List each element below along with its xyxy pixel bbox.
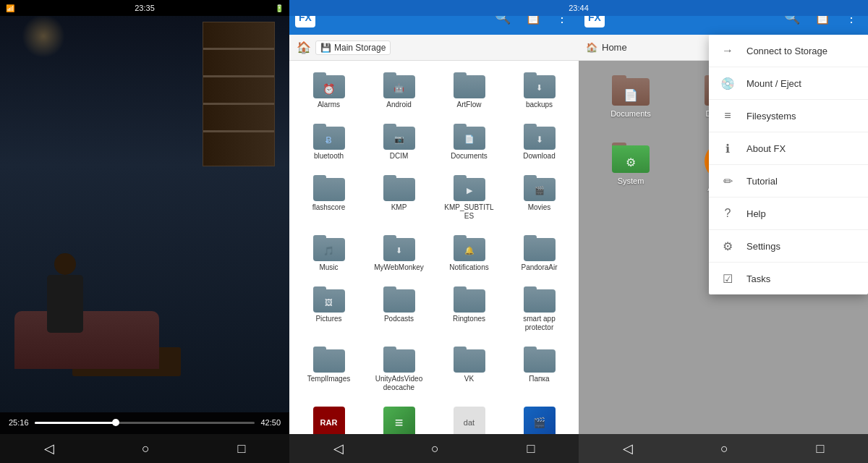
couch (14, 311, 159, 369)
menu-connect-storage[interactable]: → Connect to Storage (709, 35, 868, 67)
folder-kmp[interactable]: KMP (365, 169, 433, 226)
nav-section-home: ◁ ○ □ (579, 434, 868, 463)
menu-mount-eject-label: Mount / Eject (746, 78, 801, 89)
video-panel: 25:16 42:50 ⏮ ▶ ⏭ (0, 0, 289, 463)
status-bar-left: 📶 23:35 🔋 (0, 0, 289, 16)
about-fx-icon: ℹ (720, 141, 735, 156)
progress-fill (35, 422, 116, 424)
left-battery-icons: 🔋 (275, 4, 284, 12)
fm-grid: ⏰ Alarms 🤖 Android ArtFlow (289, 61, 579, 463)
battery-icon-left: 🔋 (275, 4, 284, 12)
menu-about-fx-label: About FX (746, 143, 786, 154)
folder-artflow[interactable]: ArtFlow (435, 67, 503, 115)
folder-dcim[interactable]: 📷 DCIM (365, 118, 433, 166)
time-left: 23:35 (135, 4, 155, 12)
folder-ringtones[interactable]: Ringtones (435, 281, 503, 338)
time-right: 23:44 (569, 4, 589, 12)
nav-home-left[interactable]: ○ (127, 436, 164, 462)
bookshelf (203, 22, 275, 166)
folder-pandoraair[interactable]: PandoraAir (506, 229, 573, 278)
progress-track[interactable] (35, 422, 255, 424)
folder-backups[interactable]: ⬇ backups (506, 67, 573, 115)
menu-filesystems[interactable]: ≡ Filesystems (709, 100, 868, 132)
menu-help[interactable]: ? Help (709, 197, 868, 230)
folder-podcasts[interactable]: Podcasts (365, 281, 433, 338)
video-frame (0, 0, 289, 412)
folder-music[interactable]: 🎵 Music (295, 229, 362, 278)
folder-mywebmonkey[interactable]: ⬇ MyWebMonkey (365, 229, 433, 278)
person-silhouette (43, 253, 87, 340)
menu-settings-label: Settings (746, 241, 780, 252)
total-time: 42:50 (260, 418, 281, 427)
progress-bar-container: 25:16 42:50 (9, 418, 281, 427)
dropdown-menu: → Connect to Storage 💿 Mount / Eject ≡ F… (709, 35, 868, 294)
light-glow (22, 14, 65, 58)
nav-home-right[interactable]: ○ (706, 436, 743, 462)
storage-icon: 💾 (320, 43, 331, 53)
nav-home-mid[interactable]: ○ (417, 436, 454, 462)
folder-pictures[interactable]: 🖼 Pictures (295, 281, 362, 338)
folder-kmp-subtitles[interactable]: ▶ KMP_SUBTITLES (435, 169, 503, 226)
home-breadcrumb-icon: 🏠 (586, 42, 597, 53)
home-documents[interactable]: 📄 Documents (587, 69, 674, 131)
wifi-icon-left: 📶 (6, 4, 14, 12)
file-manager-panel: FX 🔍 📋 ⋮ 🏠 💾 Main Storage ⏰ Alarms (289, 0, 579, 463)
left-status-icons: 📶 (6, 4, 14, 12)
home-icon[interactable]: 🏠 (297, 41, 311, 54)
folder-vk[interactable]: VK (435, 341, 503, 398)
tasks-icon: ☑ (720, 271, 735, 286)
menu-tasks[interactable]: ☑ Tasks (709, 263, 868, 294)
storage-breadcrumb[interactable]: 💾 Main Storage (315, 41, 391, 55)
nav-recent-left[interactable]: □ (223, 436, 260, 462)
nav-section-fm: ◁ ○ □ (289, 434, 579, 463)
home-panel: FX 🔍 📋 ⋮ 🏠 Home 📄 Documents (579, 0, 868, 463)
folder-notifications[interactable]: 🔔 Notifications (435, 229, 503, 278)
mount-eject-icon: 💿 (720, 76, 735, 90)
nav-back-right[interactable]: ◁ (608, 435, 647, 462)
folder-download[interactable]: ⬇ Download (506, 118, 573, 166)
folder-documents[interactable]: 📄 Documents (435, 118, 503, 166)
folder-alarms[interactable]: ⏰ Alarms (295, 67, 362, 115)
home-breadcrumb-label: Home (602, 42, 627, 53)
home-system[interactable]: ⚙ System (587, 137, 674, 198)
fm-breadcrumb: 🏠 💾 Main Storage (289, 35, 579, 61)
nav-section-video: ◁ ○ □ (0, 434, 289, 463)
nav-back-mid[interactable]: ◁ (319, 435, 358, 462)
menu-about-fx[interactable]: ℹ About FX (709, 132, 868, 165)
folder-templimages[interactable]: TemplImages (295, 341, 362, 398)
settings-icon: ⚙ (720, 239, 735, 253)
status-bar-right: 23:44 (289, 0, 868, 16)
folder-android[interactable]: 🤖 Android (365, 67, 433, 115)
nav-recent-mid[interactable]: □ (512, 436, 549, 462)
menu-tutorial[interactable]: ✏ Tutorial (709, 165, 868, 197)
menu-settings[interactable]: ⚙ Settings (709, 230, 868, 263)
help-menu-icon: ? (720, 206, 735, 221)
filesystems-icon: ≡ (720, 109, 735, 123)
folder-papka[interactable]: Папка (506, 341, 573, 398)
folder-movies[interactable]: 🎬 Movies (506, 169, 573, 226)
menu-tutorial-label: Tutorial (746, 176, 778, 187)
menu-tasks-label: Tasks (746, 273, 770, 284)
tutorial-icon: ✏ (720, 174, 735, 188)
nav-recent-right[interactable]: □ (801, 436, 838, 462)
folder-smart-app-protector[interactable]: smart app protector (506, 281, 573, 338)
nav-back-left[interactable]: ◁ (30, 435, 69, 462)
menu-connect-storage-label: Connect to Storage (746, 46, 827, 56)
menu-help-label: Help (746, 208, 766, 219)
menu-mount-eject[interactable]: 💿 Mount / Eject (709, 67, 868, 100)
progress-thumb (112, 419, 119, 426)
folder-flashscore[interactable]: flashscore (295, 169, 362, 226)
folder-unityadsvideocache[interactable]: UnityAdsVideodeocache (365, 341, 433, 398)
menu-filesystems-label: Filesystems (746, 111, 796, 122)
current-time: 25:16 (9, 418, 29, 427)
storage-label: Main Storage (334, 43, 386, 53)
folder-bluetooth[interactable]: Ƀ bluetooth (295, 118, 362, 166)
connect-storage-icon: → (720, 43, 735, 58)
main-layout: 📶 23:35 🔋 23:44 (0, 0, 868, 463)
